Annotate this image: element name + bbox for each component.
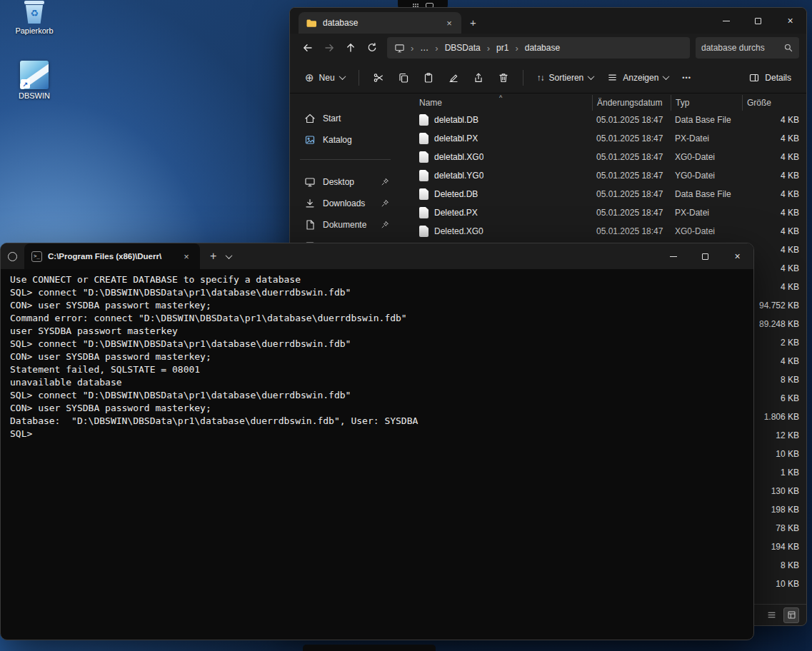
file-row[interactable]: deletabl.XG0 05.01.2025 18:47 XG0-Datei … [415, 148, 806, 166]
toolbar-separator [359, 70, 359, 86]
terminal-dropdown-button[interactable] [226, 254, 231, 259]
forward-button[interactable] [319, 37, 340, 59]
details-pane-button[interactable]: Details [742, 66, 798, 89]
breadcrumb-separator-icon: › [433, 43, 440, 54]
home-icon [304, 113, 316, 124]
chevron-down-icon [663, 73, 670, 80]
maximize-icon [755, 18, 761, 24]
file-row[interactable]: deletabl.YG0 05.01.2025 18:47 YG0-Datei … [415, 166, 806, 185]
column-header-size[interactable]: Größe [742, 95, 807, 111]
search-input[interactable]: database durchs [696, 37, 799, 59]
terminal-line: CON> user SYSDBA password masterkey; [10, 402, 753, 415]
terminal-line: CON> user SYSDBA passwort masterkey; [10, 299, 753, 312]
file-icon [419, 188, 428, 200]
dbswin-app-icon: ↗ [20, 61, 49, 89]
delete-button[interactable] [491, 66, 516, 89]
column-header-type[interactable]: Typ [671, 95, 742, 111]
column-header-label: Änderungsdatum [597, 98, 662, 108]
sidebar-item-label: Desktop [323, 177, 354, 187]
minimize-icon [670, 256, 677, 257]
close-button[interactable]: × [774, 8, 806, 34]
cut-button[interactable] [366, 66, 391, 89]
shortcut-arrow-icon: ↗ [21, 79, 30, 89]
breadcrumb-separator-icon: › [485, 43, 492, 54]
terminal-content[interactable]: Use CONNECT or CREATE DATABASE to specif… [1, 269, 753, 640]
terminal-minimize-button[interactable] [657, 243, 689, 269]
breadcrumb-item-dbsdata[interactable]: DBSData [443, 41, 483, 54]
search-icon [783, 43, 793, 53]
paste-icon [423, 72, 434, 84]
column-header-name[interactable]: Name ^ [415, 95, 592, 111]
details-pane-icon [748, 72, 760, 84]
file-date: 05.01.2025 18:47 [592, 115, 671, 125]
file-name: deletabl.XG0 [434, 152, 483, 162]
tab-close-button[interactable]: × [443, 16, 456, 29]
terminal-maximize-button[interactable] [689, 243, 721, 269]
search-value: database durchs [701, 43, 779, 53]
sidebar-item-katalog[interactable]: Katalog [294, 129, 396, 151]
breadcrumb-item-pr1[interactable]: pr1 [494, 41, 511, 54]
terminal-close-button[interactable]: × [721, 243, 753, 269]
new-button[interactable]: ⊕ Neu [299, 66, 351, 89]
command-bar: ⊕ Neu ↑↓ [290, 62, 806, 94]
file-row[interactable]: deletabl.DB 05.01.2025 18:47 Data Base F… [415, 111, 806, 129]
share-button[interactable] [466, 66, 491, 89]
paste-button[interactable] [416, 66, 441, 89]
file-row[interactable]: Deleted.DB 05.01.2025 18:47 Data Base Fi… [415, 185, 806, 203]
terminal-line: unavailable database [10, 376, 753, 389]
maximize-button[interactable] [742, 8, 774, 34]
new-tab-button[interactable]: + [470, 16, 476, 29]
list-view-icon [767, 610, 776, 620]
breadcrumb-item-database[interactable]: database [523, 41, 562, 54]
terminal-line: Statement failed, SQLSTATE = 08001 [10, 363, 753, 376]
file-size: 4 KB [742, 189, 807, 199]
terminal-tab-close-button[interactable]: × [180, 250, 193, 263]
sidebar-item-dokumente[interactable]: Dokumente [294, 214, 396, 236]
minimize-button[interactable] [710, 8, 742, 34]
file-row[interactable]: deletabl.PX 05.01.2025 18:47 PX-Datei 4 … [415, 129, 806, 148]
terminal-line: SQL> [10, 428, 753, 440]
minimize-icon [723, 21, 730, 21]
address-bar[interactable]: › … › DBSData › pr1 › database [387, 37, 690, 59]
terminal-new-tab-button[interactable]: + [210, 250, 216, 263]
taskbar-sliver[interactable] [303, 645, 436, 651]
sidebar-item-start[interactable]: Start [294, 108, 396, 129]
window-controls: × [710, 8, 806, 34]
column-header-label: Name [419, 98, 442, 108]
column-header-date[interactable]: Änderungsdatum [592, 95, 671, 111]
breadcrumb-ellipsis[interactable]: … [418, 41, 431, 54]
file-type: XG0-Datei [671, 152, 742, 162]
desktop-icon-dbswin[interactable]: ↗ DBSWIN [9, 61, 60, 100]
back-button[interactable] [297, 37, 319, 59]
list-view-toggle[interactable] [763, 607, 779, 623]
file-row[interactable]: Deleted.PX 05.01.2025 18:47 PX-Datei 4 K… [415, 203, 806, 222]
pin-icon [381, 221, 389, 229]
pin-icon [381, 199, 389, 208]
file-name-cell: deletabl.DB [415, 114, 592, 126]
terminal-tab[interactable]: >_ C:\Program Files (x86)\Duerr\ × [24, 243, 200, 269]
pin-icon [381, 178, 389, 186]
explorer-tab-database[interactable]: database × [299, 12, 461, 34]
copy-button[interactable] [391, 66, 416, 89]
desktop: ♻ Papierkorb ↗ DBSWIN database × + × [0, 0, 812, 651]
sort-caret-icon: ^ [499, 94, 502, 101]
view-button[interactable]: Anzeigen [601, 66, 675, 89]
details-view-toggle[interactable] [783, 607, 799, 623]
refresh-button[interactable] [361, 37, 383, 59]
file-name: Deleted.XG0 [434, 226, 483, 236]
file-size: 4 KB [742, 171, 807, 181]
up-button[interactable] [340, 37, 361, 59]
rename-button[interactable] [441, 66, 466, 89]
desktop-icon-papierkorb[interactable]: ♻ Papierkorb [9, 0, 60, 35]
terminal-line: CON> user SYSDBA password masterkey; [10, 350, 753, 363]
sort-button-label: Sortieren [549, 73, 584, 83]
sort-button[interactable]: ↑↓ Sortieren [531, 66, 601, 89]
sidebar-item-desktop[interactable]: Desktop [294, 171, 396, 193]
tab-title: database [323, 18, 437, 28]
more-options-button[interactable]: ••• [676, 66, 697, 89]
details-button-label: Details [765, 73, 791, 83]
file-row[interactable]: Deleted.XG0 05.01.2025 18:47 XG0-Datei 4… [415, 222, 806, 241]
sidebar-item-label: Downloads [323, 198, 365, 208]
terminal-line: Use CONNECT or CREATE DATABASE to specif… [10, 273, 753, 286]
sidebar-item-downloads[interactable]: Downloads [294, 193, 396, 214]
